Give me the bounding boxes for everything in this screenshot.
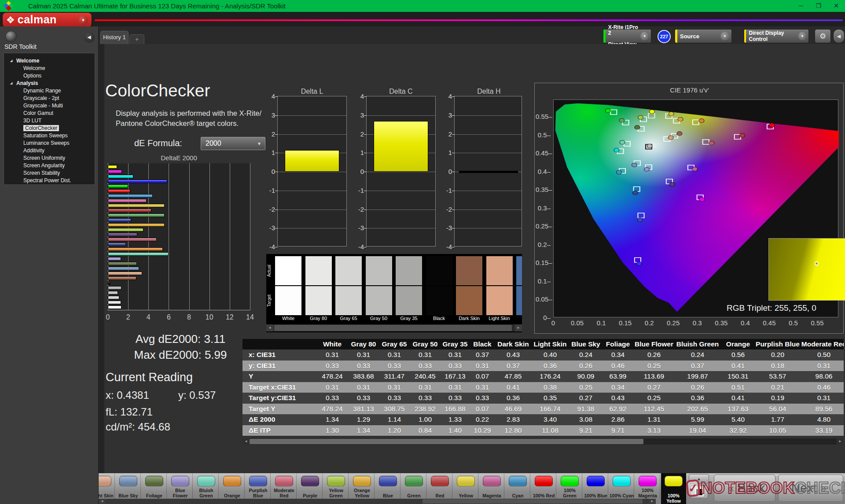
table-cell: 1.00 — [410, 416, 441, 423]
patch-button-bluish-green[interactable]: Bluish Green — [194, 473, 219, 499]
patch-button-blue[interactable]: Blue — [375, 473, 400, 499]
scrollbar-thumb[interactable] — [274, 325, 512, 331]
gridline — [455, 153, 522, 153]
scroll-right-icon[interactable]: ► — [515, 324, 522, 331]
sidebar-item-dynamic-range[interactable]: Dynamic Range — [4, 87, 95, 94]
row-label: ΔE ITP — [242, 427, 316, 434]
strip-scrollbar[interactable]: ◄► — [266, 324, 522, 331]
next-button[interactable]: Next » — [778, 475, 843, 502]
patch-button-moderate-red[interactable]: Moderate Red — [272, 473, 297, 499]
scroll-left-icon[interactable]: ◄ — [242, 438, 250, 445]
patch-button-orange[interactable]: Orange — [220, 473, 245, 499]
patch-button-yellow[interactable]: Yellow — [453, 473, 478, 499]
scrollbar-thumb[interactable] — [422, 499, 643, 504]
table-cell: 0.36 — [531, 362, 569, 370]
maximize-button[interactable]: ❐ — [810, 0, 827, 11]
tab-history-1[interactable]: History 1 — [100, 31, 129, 44]
deltae-bar-purplish-blue — [108, 243, 126, 246]
table-cell: 0.26 — [569, 362, 603, 370]
patch-button-100-red[interactable]: 100% Red — [531, 473, 556, 499]
panel-collapse-button[interactable]: ◀ — [833, 29, 845, 43]
patch-button-foliage[interactable]: Foliage — [142, 473, 167, 499]
patch-button-orange-yellow[interactable]: Orange Yellow — [349, 473, 375, 499]
calman-menu-button[interactable]: ❖ calman ▼ — [3, 13, 92, 27]
sidebar-item-saturation-sweeps[interactable]: Saturation Sweeps — [4, 132, 95, 139]
patch-button-100-magenta[interactable]: 100% Magenta — [635, 473, 660, 499]
settings-button[interactable]: ⚙ — [815, 29, 831, 43]
sidebar-item-analysis[interactable]: ◢Analysis — [4, 79, 95, 87]
table-cell: 19.04 — [675, 427, 720, 434]
patch-chip — [197, 476, 215, 486]
scroll-right-icon[interactable]: ► — [837, 438, 844, 445]
sidebar-collapse-button[interactable]: ◀ — [84, 32, 95, 43]
scrollbar-thumb[interactable] — [250, 439, 643, 444]
sidebar-item-grayscale-2pt[interactable]: Grayscale - 2pt — [4, 94, 95, 102]
patch-button-light-skin[interactable]: Light Skin — [99, 473, 115, 499]
sidebar-item-3d-lut[interactable]: 3D LUT — [4, 117, 95, 124]
stop-button[interactable] — [691, 486, 708, 499]
table-cell: 137.63 — [720, 405, 756, 413]
sidebar-item-screen-uniformity[interactable]: Screen Uniformity — [4, 154, 95, 162]
patch-button-100-blue[interactable]: 100% Blue — [583, 473, 608, 499]
patch-button-yellow-green[interactable]: Yellow Green — [323, 473, 349, 499]
sidebar-item-grayscale-multi[interactable]: Grayscale - Multi — [4, 102, 95, 109]
sidebar-orb-button[interactable] — [5, 31, 17, 42]
patch-button-100-green[interactable]: 100% Green — [557, 473, 582, 499]
patch-button-blue-flower[interactable]: Blue Flower — [168, 473, 193, 499]
sidebar-item-options[interactable]: Options — [4, 72, 95, 79]
display-control-combo[interactable]: Direct Display Control ▼ — [744, 29, 809, 43]
chevron-down-icon[interactable]: ▼ — [798, 32, 806, 40]
y-tick-label: 4 — [441, 92, 452, 100]
sidebar-item-screen-angularity[interactable]: Screen Angularity — [4, 162, 95, 169]
gridline — [209, 163, 210, 310]
patch-bar-scrollbar[interactable]: ◄► — [99, 499, 656, 504]
table-cell: 3.13 — [633, 427, 675, 434]
sidebar-item-welcome[interactable]: ◢Welcome — [4, 57, 95, 64]
tree-expander-icon[interactable]: ◢ — [10, 81, 15, 85]
back-button[interactable]: « Back — [714, 475, 775, 502]
scroll-left-icon[interactable]: ◄ — [266, 324, 273, 331]
sidebar-item-colorchecker[interactable]: ColorChecker — [4, 124, 95, 132]
tree-expander-icon[interactable]: ◢ — [10, 59, 15, 63]
deltae-bar-gray-35 — [108, 286, 121, 290]
patch-button-purple[interactable]: Purple — [298, 473, 323, 499]
patch-button-magenta[interactable]: Magenta — [479, 473, 504, 499]
patch-button-green[interactable]: Green — [401, 473, 426, 499]
deltae-chart-title: DeltaE 2000 — [108, 154, 250, 162]
strip-row-label: Actual — [267, 257, 274, 285]
patch-button-100-yellow[interactable]: 100% Yellow — [661, 473, 686, 504]
patch-button-blue-sky[interactable]: Blue Sky — [116, 473, 141, 499]
deltae-bar-orange — [108, 247, 163, 251]
chevron-down-icon[interactable]: ▼ — [640, 32, 649, 40]
table-cell: 0.31 — [441, 383, 470, 391]
calman-dropdown-icon[interactable]: ▼ — [78, 15, 88, 25]
minimize-button[interactable]: ─ — [792, 0, 810, 11]
deltae-bar-bluish-green — [108, 252, 169, 256]
sidebar-item-additivity[interactable]: Additivity — [4, 147, 95, 154]
sidebar-item-welcome[interactable]: Welcome — [4, 64, 95, 72]
source-combo[interactable]: Source ▼ — [675, 29, 732, 43]
table-scrollbar[interactable]: ◄► — [242, 438, 844, 445]
sidebar-item-spectral-power-dist-[interactable]: Spectral Power Dist. — [4, 177, 95, 184]
scroll-left-icon[interactable]: ◄ — [99, 499, 106, 504]
patch-label: Magenta — [479, 493, 504, 498]
add-tab-button[interactable]: + — [129, 34, 144, 44]
table-cell: 2.83 — [495, 416, 531, 423]
sidebar-item-screen-stability[interactable]: Screen Stability — [4, 169, 95, 177]
chevron-down-icon[interactable]: ▼ — [720, 32, 729, 40]
patch-button-purplish-blue[interactable]: Purplish Blue — [246, 473, 271, 499]
patch-button-100-cyan[interactable]: 100% Cyan — [609, 473, 634, 499]
patch-label: 100% Green — [557, 488, 582, 498]
cie-measured-Purplish Blue — [632, 191, 638, 195]
patch-button-cyan[interactable]: Cyan — [505, 473, 530, 499]
patch-bar-expand-button[interactable]: ▲ — [689, 474, 709, 484]
workflow-tree: ◢WelcomeWelcomeOptions◢AnalysisDynamic R… — [4, 53, 95, 185]
sidebar-item-luminance-sweeps[interactable]: Luminance Sweeps — [4, 139, 95, 147]
meter-combo[interactable]: X-Rite i1Pro 2 Direct View ▼ — [603, 29, 651, 43]
close-button[interactable]: ✕ — [827, 0, 845, 11]
sidebar-item-color-gamut[interactable]: Color Gamut — [4, 109, 95, 117]
scroll-right-icon[interactable]: ► — [649, 499, 656, 504]
table-cell: 0.20 — [756, 351, 800, 359]
de-formula-select[interactable]: 2000 ▼ — [201, 137, 265, 150]
patch-button-red[interactable]: Red — [427, 473, 452, 499]
